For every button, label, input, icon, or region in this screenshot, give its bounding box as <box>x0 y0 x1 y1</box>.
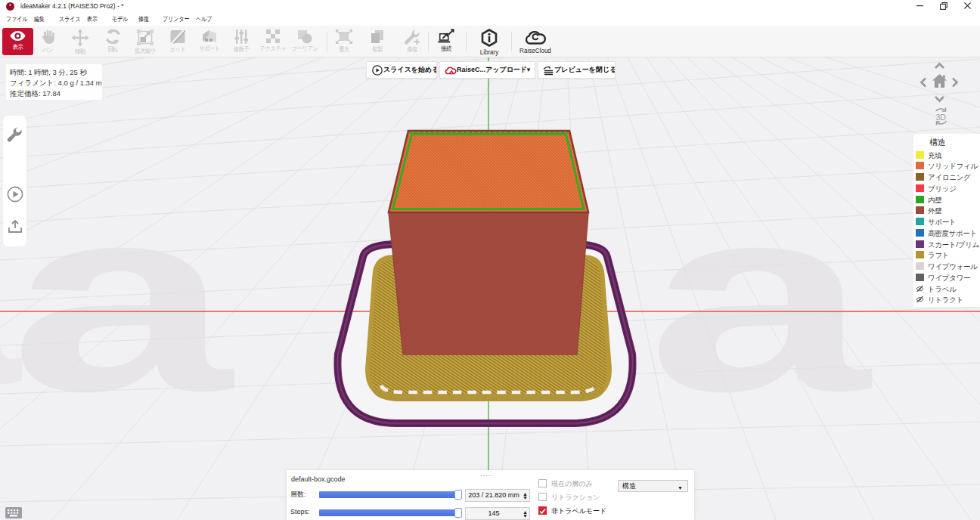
svg-text:3D: 3D <box>936 113 947 122</box>
svg-text:a: a <box>647 150 872 446</box>
